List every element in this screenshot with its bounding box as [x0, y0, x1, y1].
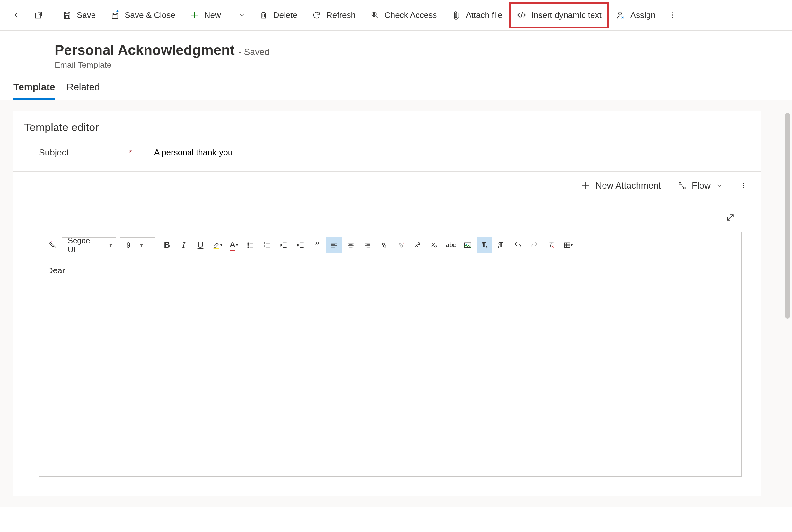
expand-button[interactable] — [726, 213, 735, 222]
svg-point-7 — [672, 12, 673, 14]
svg-rect-1 — [65, 12, 69, 14]
save-label: Save — [77, 10, 96, 20]
insert-table-button[interactable]: ▾ — [560, 238, 576, 253]
font-family-value: Segoe UI — [62, 236, 105, 254]
decrease-indent-button[interactable] — [276, 238, 292, 253]
svg-point-14 — [742, 187, 743, 188]
trash-icon — [258, 10, 269, 20]
align-center-button[interactable] — [343, 238, 359, 253]
svg-text:3: 3 — [264, 245, 265, 248]
svg-rect-15 — [214, 248, 219, 249]
italic-button[interactable]: I — [176, 238, 191, 253]
section-title: Template editor — [13, 118, 761, 142]
attach-file-button[interactable]: Attach file — [444, 5, 509, 25]
subscript-button[interactable]: x2 — [426, 238, 442, 253]
back-button[interactable] — [6, 5, 26, 25]
assign-icon — [616, 10, 626, 20]
svg-point-12 — [742, 183, 743, 184]
delete-label: Delete — [273, 10, 297, 20]
superscript-button[interactable]: x2 — [410, 238, 425, 253]
rte-toolbar: Segoe UI ▾ 9 ▾ B I U ▾ A ▾ — [39, 232, 741, 258]
strikethrough-button[interactable]: abc — [443, 238, 459, 253]
paperclip-icon — [451, 10, 461, 20]
underline-button[interactable]: U — [193, 238, 208, 253]
new-button[interactable]: New — [182, 5, 228, 25]
format-painter-button[interactable] — [45, 238, 60, 253]
check-access-button[interactable]: Check Access — [363, 5, 444, 25]
subject-input[interactable] — [148, 142, 738, 162]
svg-point-13 — [742, 185, 743, 186]
highlight-color-button[interactable]: ▾ — [209, 238, 225, 253]
required-indicator: * — [129, 148, 148, 157]
save-button[interactable]: Save — [55, 5, 103, 25]
new-label: New — [204, 10, 221, 20]
attachment-overflow-button[interactable] — [732, 176, 754, 195]
refresh-button[interactable]: Refresh — [305, 5, 363, 25]
align-left-button[interactable] — [326, 238, 342, 253]
align-right-button[interactable] — [360, 238, 375, 253]
content-area: Template editor Subject * New Attachment… — [0, 100, 792, 507]
font-color-button[interactable]: A ▾ — [226, 238, 242, 253]
numbered-list-button[interactable]: 123 — [259, 238, 275, 253]
font-size-value: 9 — [120, 241, 136, 250]
svg-point-9 — [672, 17, 673, 18]
assign-label: Assign — [631, 10, 656, 20]
insert-image-button[interactable] — [460, 238, 475, 253]
tab-template[interactable]: Template — [14, 82, 55, 100]
check-access-label: Check Access — [384, 10, 437, 20]
svg-point-18 — [248, 247, 249, 248]
svg-point-11 — [683, 187, 685, 189]
delete-button[interactable]: Delete — [251, 5, 305, 25]
redo-button[interactable] — [527, 238, 542, 253]
entity-type-label: Email Template — [55, 60, 792, 70]
template-editor-card: Template editor Subject * New Attachment… — [13, 111, 761, 496]
chevron-down-icon — [716, 182, 723, 189]
svg-point-10 — [679, 183, 681, 184]
bulleted-list-button[interactable] — [243, 238, 258, 253]
saved-indicator: - Saved — [239, 47, 270, 57]
check-access-icon — [370, 10, 380, 20]
flow-button[interactable]: Flow — [670, 176, 731, 195]
svg-point-8 — [672, 15, 673, 16]
svg-point-4 — [372, 12, 376, 17]
caret-down-icon: ▾ — [105, 242, 116, 249]
flow-label: Flow — [692, 180, 711, 191]
tab-list: Template Related — [0, 70, 792, 100]
command-bar: Save Save & Close New Delete Refresh — [0, 0, 792, 31]
insert-dynamic-text-button[interactable]: Insert dynamic text — [509, 2, 608, 28]
plus-icon — [190, 10, 200, 20]
assign-button[interactable]: Assign — [609, 5, 662, 25]
tab-related[interactable]: Related — [66, 82, 100, 100]
rtl-button[interactable] — [493, 238, 509, 253]
new-dropdown[interactable] — [232, 5, 251, 25]
undo-button[interactable] — [510, 238, 525, 253]
svg-rect-24 — [564, 243, 570, 247]
bold-button[interactable]: B — [159, 238, 175, 253]
editor-body[interactable]: Dear — [39, 258, 741, 476]
remove-link-button[interactable] — [393, 238, 408, 253]
more-vertical-icon — [740, 181, 747, 190]
clear-format-button[interactable] — [543, 238, 559, 253]
separator — [230, 8, 230, 22]
blockquote-button[interactable]: ” — [310, 238, 325, 253]
subject-field-row: Subject * — [13, 142, 761, 172]
code-icon — [517, 10, 527, 20]
insert-link-button[interactable] — [376, 238, 392, 253]
attachment-bar: New Attachment Flow — [13, 172, 761, 200]
rich-text-editor: Segoe UI ▾ 9 ▾ B I U ▾ A ▾ — [39, 232, 741, 477]
body-text: Dear — [47, 266, 65, 275]
font-family-select[interactable]: Segoe UI ▾ — [62, 238, 116, 253]
scrollbar[interactable] — [785, 113, 790, 319]
popout-button[interactable] — [26, 5, 51, 25]
subject-label: Subject — [39, 148, 129, 158]
overflow-button[interactable] — [662, 5, 682, 25]
increase-indent-button[interactable] — [293, 238, 308, 253]
new-attachment-button[interactable]: New Attachment — [573, 176, 669, 195]
svg-point-16 — [248, 243, 249, 244]
svg-point-17 — [248, 245, 249, 245]
ltr-button[interactable] — [477, 238, 492, 253]
separator — [53, 8, 53, 22]
save-close-button[interactable]: Save & Close — [103, 5, 182, 25]
svg-rect-3 — [113, 13, 116, 15]
font-size-select[interactable]: 9 ▾ — [120, 238, 155, 253]
